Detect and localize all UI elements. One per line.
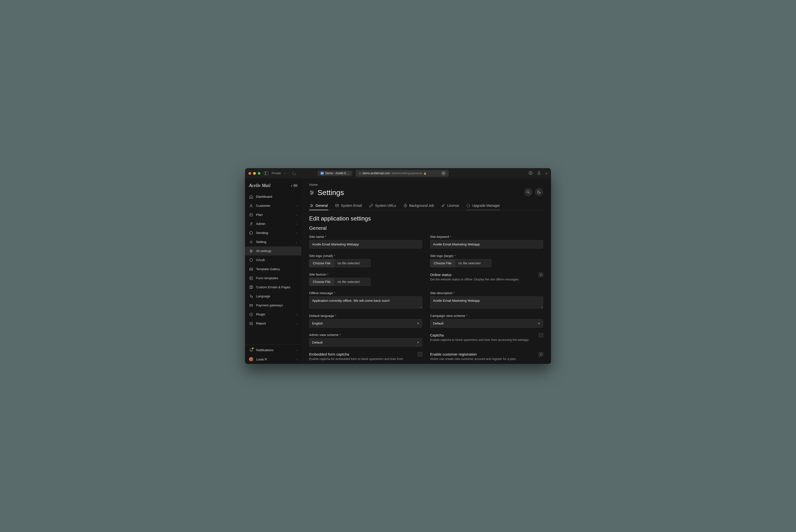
enable-registration-checkbox[interactable] [539,352,543,357]
tab-background-job[interactable]: Background Job [403,201,434,210]
sidebar-item-label: Payment gateways [256,303,283,307]
embedded-captcha-title: Embedded form captcha [309,352,414,356]
minimize-window-button[interactable] [253,172,256,175]
sliders-icon [310,204,314,208]
url-more-button[interactable] [441,171,446,175]
file-status-logo-small: no file selected [334,259,371,267]
sidebar-item-form-templates[interactable]: Form templates [245,273,301,283]
sidebar-item-setting[interactable]: Setting⌄ [245,238,301,246]
label-offline-message: Offline message * [309,291,422,295]
url-bar[interactable]: ◎ demo.acellemail.com/admin/settings/gen… [356,170,449,177]
embedded-captcha-checkbox[interactable] [418,352,422,357]
downloads-icon[interactable] [529,171,533,176]
textarea-site-description[interactable]: Acelle Email Marketing Webapp [430,296,543,308]
close-window-button[interactable] [248,172,251,175]
sidebar-item-all-settings[interactable]: All settings [245,246,301,255]
chevron-icon: › [297,349,298,352]
sidebar-item-label: Report [256,322,266,325]
choose-file-logo-small[interactable]: Choose File [309,259,334,267]
svg-point-20 [527,191,529,193]
input-site-keyword[interactable] [430,240,543,249]
pages-icon [249,285,253,289]
chevron-icon: › [297,231,298,234]
theme-toggle-button[interactable] [535,188,543,196]
sidebar-item-label: All settings [256,249,271,253]
user-icon [249,204,253,208]
label-site-name: Site name * [309,235,422,239]
select-campaign-scheme-value: Default [433,322,443,325]
sidebar-item-admin[interactable]: Admin› [245,219,301,228]
choose-file-favicon[interactable]: Choose File [309,278,334,286]
online-status-checkbox[interactable] [539,272,543,277]
sidebar-item-label: Plugin [256,312,265,316]
sidebar-item-label: Setting [256,240,266,244]
tab-general[interactable]: General [309,201,328,210]
field-captcha: Captcha Enable captcha to block spammers… [430,333,543,347]
browser-right-controls: + [529,171,548,176]
app-container: Acelle Mail DashboardCustomer›Plan›Admin… [245,178,551,364]
sidebar-item-label: Template Gallery [256,267,280,271]
tab-system-urls[interactable]: System URLs [368,201,397,210]
input-site-name[interactable] [309,240,422,249]
captcha-checkbox[interactable] [539,333,543,338]
section-heading: General [309,225,543,231]
field-admin-scheme: Admin view scheme * Default ▼ [309,333,422,347]
textarea-offline-message[interactable]: Application currently offline. We will c… [309,296,422,308]
chevron-icon: › [297,322,298,325]
maximize-window-button[interactable] [258,172,261,175]
share-icon[interactable] [537,171,541,176]
sidebar-footer-louis-p-[interactable]: Louis P.› [245,355,301,364]
browser-window: Private ‹ › M Demo - Acelle E… ◎ demo.ac… [245,168,551,364]
back-button[interactable]: ‹ [284,171,285,175]
sidebar-item-sending[interactable]: Sending› [245,228,301,238]
chevron-icon: › [297,213,298,216]
file-status-favicon: no file selected [334,278,371,286]
avatar-icon [249,357,253,361]
reload-icon[interactable] [292,171,297,175]
enable-registration-desc: Visitor can create new customer account … [430,357,535,361]
sidebar-item-plan[interactable]: Plan› [245,210,301,219]
tab-upgrade-manager[interactable]: Upgrade Manager [466,201,500,210]
sidebar-item-label: Customer [256,204,270,208]
sidebar-item-label: Language [256,294,270,298]
select-campaign-scheme[interactable]: Default ▼ [430,319,543,328]
sidebar-item-customer[interactable]: Customer› [245,201,301,210]
sidebar-item-report[interactable]: Report› [245,319,301,328]
chevron-down-icon: ▼ [417,341,419,344]
svg-point-17 [310,191,311,192]
sidebar-collapse-button[interactable] [291,184,298,187]
chevron-icon: ⌄ [295,240,298,244]
tab-system-email[interactable]: System Email [335,201,362,210]
sidebar-item-oauth[interactable]: OAuth [245,255,301,265]
search-button[interactable] [524,188,532,196]
svg-point-27 [467,204,470,207]
sidebar-item-custom-emails-pages[interactable]: Custom Emails & Pages [245,283,301,292]
sidebar-item-template-gallery[interactable]: Template Gallery [245,265,301,273]
select-admin-scheme[interactable]: Default ▼ [309,338,422,347]
svg-point-19 [311,194,312,194]
sidebar-item-payment-gateways[interactable]: Payment gateways [245,301,301,310]
sidebar-item-plugin[interactable]: Plugin› [245,310,301,319]
browser-tab[interactable]: M Demo - Acelle E… [318,171,352,176]
sidebar-item-language[interactable]: Language [245,292,301,301]
label-logo-small: Site logo (small) * [309,254,422,258]
home-icon [249,194,253,199]
select-default-language[interactable]: English ▼ [309,319,422,328]
key-icon [441,204,445,208]
url-cert-icon: ◎ [359,172,361,175]
logo: Acelle Mail [249,183,270,188]
report-icon [249,321,253,325]
tab-license[interactable]: License [441,201,459,210]
svg-point-18 [312,192,313,193]
new-tab-icon[interactable]: + [545,171,548,176]
choose-file-logo-large[interactable]: Choose File [430,259,455,267]
breadcrumb[interactable]: Home [309,183,344,187]
url-host: demo.acellemail.com [362,172,390,175]
field-site-keyword: Site keyword * [430,235,543,249]
sidebar-toggle-icon[interactable] [264,172,268,175]
tab-label: Upgrade Manager [472,204,500,208]
sidebar-footer-notifications[interactable]: Notifications› [245,345,301,355]
forward-button[interactable]: › [288,171,289,175]
online-status-desc: Set the website status to offline. Displ… [430,278,535,281]
sidebar-item-dashboard[interactable]: Dashboard [245,192,301,201]
